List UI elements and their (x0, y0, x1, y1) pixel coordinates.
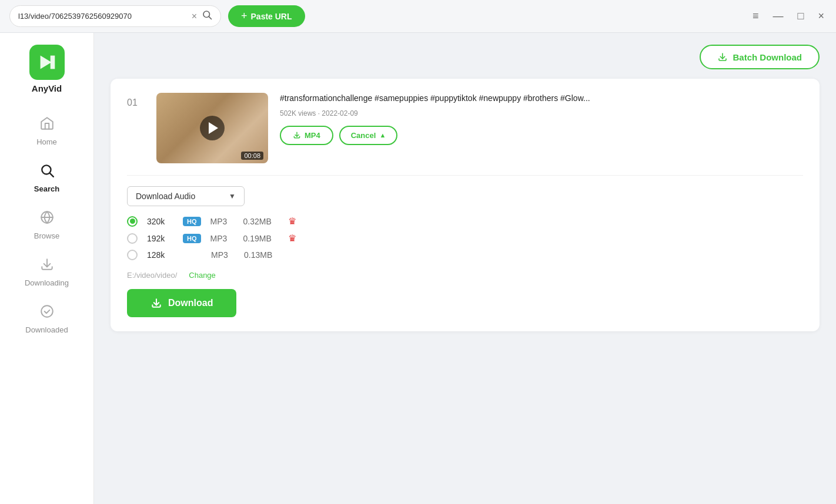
hq-badge-320k: HQ (183, 217, 201, 226)
sidebar: AnyVid Home Search (0, 33, 94, 504)
video-header: 01 00:08 #transformationchallenge #samep… (127, 93, 803, 163)
mp4-button[interactable]: MP4 (280, 126, 333, 145)
video-duration: 00:08 (241, 152, 263, 160)
browse-icon (39, 210, 55, 229)
quality-label-128k: 128k (147, 250, 173, 260)
paste-url-button[interactable]: + Paste URL (228, 5, 305, 27)
url-text: l13/video/7062539762560929070 (18, 12, 187, 21)
svg-point-6 (41, 305, 53, 317)
maximize-button[interactable]: □ (795, 8, 807, 25)
svg-line-3 (49, 173, 53, 177)
sidebar-label-downloaded: Downloaded (25, 325, 68, 334)
home-icon (39, 116, 55, 135)
sidebar-item-downloading[interactable]: Downloading (0, 248, 93, 295)
download-path: E:/video/video/ (127, 271, 177, 280)
video-actions: MP4 Cancel ▲ (280, 126, 803, 145)
path-row: E:/video/video/ Change (127, 271, 803, 280)
video-card: 01 00:08 #transformationchallenge #samep… (111, 79, 820, 331)
downloading-icon (39, 257, 55, 276)
downloaded-icon (39, 304, 55, 323)
menu-button[interactable]: ≡ (750, 8, 761, 25)
sidebar-item-home[interactable]: Home (0, 107, 93, 154)
video-title: #transformationchallenge #samepuppies #p… (280, 93, 803, 105)
chevron-up-icon: ▲ (379, 132, 386, 139)
change-path-link[interactable]: Change (189, 271, 216, 280)
premium-icon-320k: ♛ (288, 216, 296, 227)
logo-area: AnyVid (29, 45, 65, 93)
size-128k: 0.13MB (244, 250, 279, 260)
hq-badge-192k: HQ (183, 234, 201, 243)
audio-dropdown-row: Download Audio ▼ (127, 186, 803, 206)
premium-icon-192k: ♛ (288, 233, 296, 244)
quality-options: 320k HQ MP3 0.32MB ♛ 192k HQ MP3 0.19MB … (127, 216, 803, 260)
video-thumbnail[interactable]: 00:08 (156, 93, 268, 163)
radio-192k[interactable] (127, 233, 138, 244)
cancel-button[interactable]: Cancel ▲ (339, 126, 398, 145)
sidebar-label-browse: Browse (34, 231, 59, 240)
sidebar-item-browse[interactable]: Browse (0, 201, 93, 248)
sidebar-label-search: Search (34, 184, 59, 193)
video-index: 01 (127, 98, 145, 108)
quality-row-128k: 128k MP3 0.13MB (127, 250, 803, 260)
sidebar-label-home: Home (36, 137, 57, 146)
svg-line-1 (209, 16, 211, 19)
video-info: #transformationchallenge #samepuppies #p… (280, 93, 803, 145)
format-192k: MP3 (210, 234, 234, 243)
download-audio-dropdown[interactable]: Download Audio ▼ (127, 186, 245, 206)
format-128k: MP3 (211, 250, 235, 260)
main-content: Batch Download 01 00:08 #transformationc… (94, 33, 836, 504)
quality-label-192k: 192k (147, 234, 173, 243)
sidebar-item-search[interactable]: Search (0, 154, 93, 201)
download-button[interactable]: Download (127, 289, 236, 317)
dropdown-arrow-icon: ▼ (229, 192, 236, 200)
size-320k: 0.32MB (243, 217, 279, 226)
url-clear-button[interactable]: × (192, 12, 197, 21)
radio-128k[interactable] (127, 250, 138, 260)
download-options-panel: Download Audio ▼ 320k HQ MP3 0.32MB ♛ (127, 175, 803, 317)
top-action-bar: Batch Download (111, 45, 820, 69)
minimize-button[interactable]: — (771, 8, 786, 25)
logo-label: AnyVid (32, 83, 62, 93)
sidebar-label-downloading: Downloading (25, 278, 69, 287)
close-button[interactable]: × (815, 8, 827, 25)
url-bar: l13/video/7062539762560929070 × (9, 5, 221, 27)
logo-icon (29, 45, 65, 80)
quality-row-192k: 192k HQ MP3 0.19MB ♛ (127, 233, 803, 244)
sidebar-item-downloaded[interactable]: Downloaded (0, 295, 93, 342)
quality-row-320k: 320k HQ MP3 0.32MB ♛ (127, 216, 803, 227)
size-192k: 0.19MB (243, 234, 279, 243)
url-search-icon[interactable] (202, 9, 212, 23)
app-body: AnyVid Home Search (0, 33, 836, 504)
quality-label-320k: 320k (147, 217, 173, 226)
titlebar-left: l13/video/7062539762560929070 × + Paste … (9, 5, 750, 27)
video-meta: 502K views · 2022-02-09 (280, 109, 803, 117)
search-icon (39, 163, 55, 182)
titlebar-right: ≡ — □ × (750, 8, 827, 25)
radio-320k[interactable] (127, 216, 138, 227)
format-320k: MP3 (210, 217, 234, 226)
batch-download-button[interactable]: Batch Download (700, 45, 820, 69)
titlebar: l13/video/7062539762560929070 × + Paste … (0, 0, 836, 33)
play-button[interactable] (200, 116, 225, 140)
